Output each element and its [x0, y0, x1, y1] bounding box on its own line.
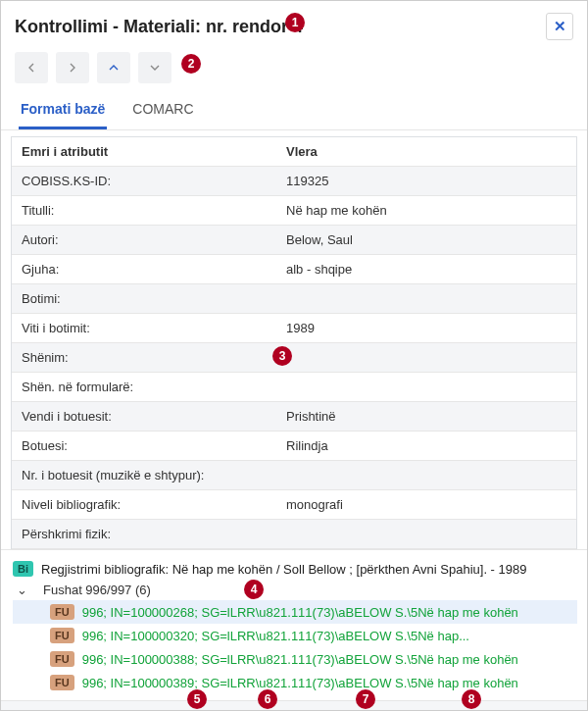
field-996-row[interactable]: FU996; IN=100000320; SG=lLRR\u821.111(73…: [13, 624, 577, 647]
table-row[interactable]: Përshkrimi fizik:: [12, 520, 576, 549]
nav-prev-button[interactable]: [15, 52, 48, 83]
table-row[interactable]: Botuesi:Rilindja: [12, 432, 576, 461]
chevron-down-icon[interactable]: ⌄: [13, 583, 31, 597]
attr-value: 1989: [276, 314, 576, 342]
attr-name: Vendi i botuesit:: [12, 402, 276, 431]
arrow-left-icon: [24, 60, 39, 76]
fu-badge: FU: [50, 628, 74, 643]
attribute-table: Emri i atributit Vlera COBISS.KS-ID:1193…: [11, 136, 577, 549]
tab-comarc[interactable]: COMARC: [130, 93, 195, 129]
callout-8: 8: [462, 689, 481, 709]
tab-basic-format[interactable]: Formati bazë: [19, 93, 107, 129]
attr-value: Rilindja: [276, 432, 576, 460]
fields-996-label[interactable]: Fushat 996/997 (6): [43, 583, 151, 597]
table-row[interactable]: Nr. i botuesit (muzikë e shtypur):: [12, 461, 576, 490]
attr-value: 119325: [276, 167, 576, 195]
attr-name: Niveli bibliografik:: [12, 490, 276, 519]
attr-value: Below, Saul: [276, 226, 576, 254]
field-996-text: 996; IN=100000320; SG=lLRR\u821.111(73)\…: [82, 629, 469, 643]
col-header-value: Vlera: [276, 137, 576, 166]
table-row[interactable]: Botimi:: [12, 284, 576, 314]
fu-badge: FU: [50, 604, 74, 620]
table-row[interactable]: Shënim:3: [12, 343, 576, 373]
nav-next-button[interactable]: [56, 52, 89, 83]
callout-4: 4: [244, 580, 264, 599]
field-996-row[interactable]: FU996; IN=100000268; SG=lLRR\u821.111(73…: [13, 600, 577, 624]
callout-2: 2: [181, 54, 201, 74]
attr-value: Në hap me kohën: [276, 196, 576, 225]
table-row[interactable]: Gjuha:alb - shqipe: [12, 255, 576, 284]
fu-badge: FU: [50, 675, 74, 690]
attr-name: Shënim:: [12, 343, 276, 372]
callout-7: 7: [356, 689, 375, 709]
attr-value: monografi: [276, 490, 576, 519]
close-button[interactable]: ✕: [546, 13, 573, 40]
table-row[interactable]: Niveli bibliografik:monografi: [12, 490, 576, 520]
field-996-text: 996; IN=100000389; SG=lLRR\u821.111(73)\…: [82, 676, 518, 690]
table-row[interactable]: Titulli:Në hap me kohën: [12, 196, 576, 226]
col-header-name: Emri i atributit: [12, 137, 276, 166]
attr-value: [276, 343, 576, 372]
bi-badge: Bi: [13, 561, 33, 577]
field-996-row[interactable]: FU996; IN=100000388; SG=lLRR\u821.111(73…: [13, 647, 577, 671]
attr-name: Botuesi:: [12, 432, 276, 460]
attr-name: Përshkrimi fizik:: [12, 520, 276, 548]
attr-name: Botimi:: [12, 284, 276, 313]
attr-name: Viti i botimit:: [12, 314, 276, 342]
dialog-title: Kontrollimi - Materiali: nr. rendor 4: [15, 17, 303, 37]
arrow-up-icon: [106, 60, 122, 76]
field-996-text: 996; IN=100000388; SG=lLRR\u821.111(73)\…: [82, 652, 518, 667]
attr-value: [276, 461, 576, 489]
attr-name: COBISS.KS-ID:: [12, 167, 276, 195]
nav-down-button[interactable]: [138, 52, 172, 83]
table-row[interactable]: Vendi i botuesit:Prishtinë: [12, 402, 576, 432]
attr-value: alb - shqipe: [276, 255, 576, 283]
table-row[interactable]: Viti i botimit:1989: [12, 314, 576, 343]
nav-up-button[interactable]: [97, 52, 130, 83]
attr-value: [276, 520, 576, 548]
callout-1: 1: [285, 13, 305, 32]
table-row[interactable]: Autori:Below, Saul: [12, 226, 576, 255]
attr-name: Gjuha:: [12, 255, 276, 283]
bibliographic-record: Regjistrimi bibliografik: Në hap me kohë…: [41, 562, 526, 577]
arrow-down-icon: [147, 60, 163, 76]
table-row[interactable]: Shën. në formularë:: [12, 373, 576, 402]
arrow-right-icon: [65, 60, 80, 76]
callout-6: 6: [258, 689, 277, 709]
attr-name: Titulli:: [12, 196, 276, 225]
attr-value: [276, 373, 576, 401]
field-996-row[interactable]: FU996; IN=100000389; SG=lLRR\u821.111(73…: [13, 671, 577, 694]
fu-badge: FU: [50, 651, 74, 667]
callout-3: 3: [272, 346, 292, 366]
attr-value: Prishtinë: [276, 402, 576, 431]
attr-name: Nr. i botuesit (muzikë e shtypur):: [12, 461, 276, 489]
close-icon: ✕: [554, 18, 566, 35]
field-996-text: 996; IN=100000268; SG=lLRR\u821.111(73)\…: [82, 605, 518, 620]
attr-value: [276, 284, 576, 313]
attr-name: Autori:: [12, 226, 276, 254]
callout-5: 5: [187, 689, 207, 709]
table-row[interactable]: COBISS.KS-ID:119325: [12, 167, 576, 196]
attr-name: Shën. në formularë:: [12, 373, 276, 401]
